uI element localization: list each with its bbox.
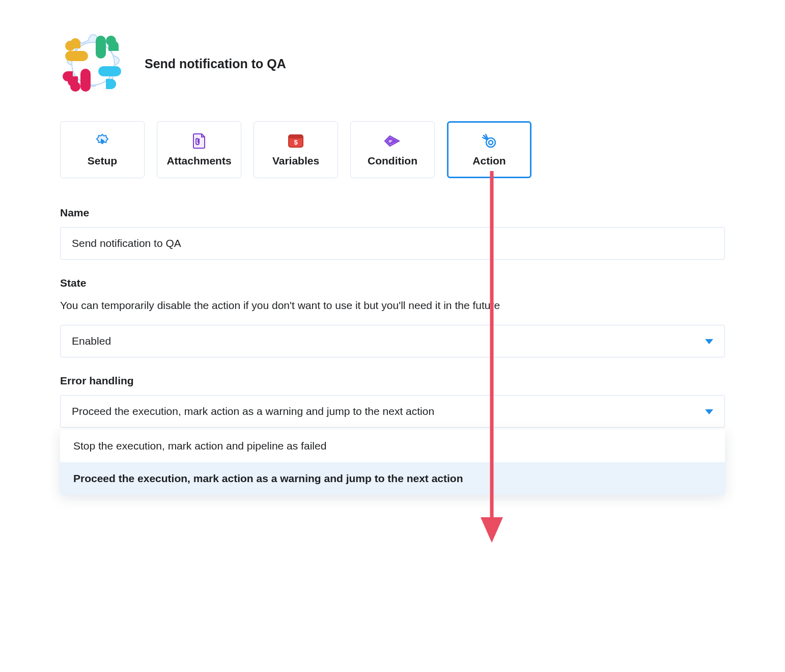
state-select[interactable]: Enabled (60, 325, 725, 357)
tab-label: Action (472, 155, 506, 167)
error-handling-dropdown: Stop the execution, mark action and pipe… (60, 430, 725, 495)
tab-label: Attachments (166, 155, 231, 167)
svg-rect-1 (96, 36, 106, 59)
variables-icon: $ (288, 132, 304, 150)
error-handling-group: Error handling Proceed the execution, ma… (60, 375, 725, 495)
name-group: Name (60, 207, 725, 260)
svg-rect-14 (289, 135, 303, 138)
name-input[interactable] (60, 227, 725, 260)
state-selected-value: Enabled (72, 335, 111, 347)
svg-text:IF: IF (388, 139, 392, 144)
slack-gear-badge (60, 31, 126, 97)
tab-bar: Setup Attachments $ Variables IF Conditi… (60, 121, 725, 178)
svg-point-19 (486, 138, 495, 147)
state-helper: You can temporarily disable the action i… (60, 297, 725, 314)
svg-rect-5 (65, 51, 88, 61)
tab-label: Variables (272, 155, 319, 167)
chevron-down-icon (705, 335, 713, 347)
condition-icon: IF (384, 132, 401, 150)
svg-point-20 (489, 141, 493, 145)
tab-label: Condition (368, 155, 417, 167)
tab-setup[interactable]: Setup (60, 121, 145, 178)
error-handling-option[interactable]: Stop the execution, mark action and pipe… (60, 430, 725, 462)
svg-text:$: $ (294, 138, 298, 146)
error-handling-option[interactable]: Proceed the execution, mark action as a … (60, 462, 725, 495)
chevron-down-icon (705, 405, 713, 417)
state-group: State You can temporarily disable the ac… (60, 277, 725, 357)
action-icon (481, 132, 498, 150)
tab-variables[interactable]: $ Variables (254, 121, 338, 178)
error-handling-selected-value: Proceed the execution, mark action as a … (72, 405, 434, 417)
svg-marker-22 (705, 409, 713, 414)
svg-marker-24 (481, 517, 503, 543)
name-label: Name (60, 207, 725, 219)
slack-icon (60, 31, 126, 97)
error-handling-select[interactable]: Proceed the execution, mark action as a … (60, 395, 725, 428)
action-title: Send notification to QA (145, 57, 286, 71)
action-header: Send notification to QA (60, 31, 725, 97)
svg-marker-21 (705, 339, 713, 344)
setup-icon (95, 132, 110, 150)
state-label: State (60, 277, 725, 289)
tab-condition[interactable]: IF Condition (350, 121, 435, 178)
tab-label: Setup (88, 155, 117, 167)
tab-attachments[interactable]: Attachments (157, 121, 241, 178)
error-handling-label: Error handling (60, 375, 725, 387)
attachments-icon (192, 132, 206, 150)
tab-action[interactable]: Action (447, 121, 531, 178)
